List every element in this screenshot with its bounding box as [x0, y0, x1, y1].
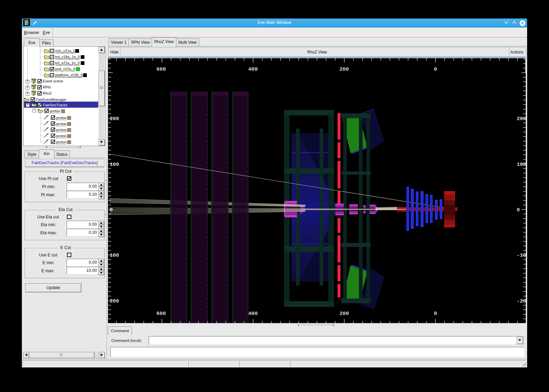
- svg-text:0: 0: [434, 311, 437, 317]
- svg-text:0: 0: [434, 66, 437, 72]
- svg-text:100: 100: [110, 162, 119, 168]
- svg-text:200: 200: [110, 298, 119, 304]
- svg-text:200: 200: [339, 66, 349, 72]
- svg-text:200: 200: [517, 116, 526, 122]
- svg-text:600: 600: [156, 66, 166, 72]
- svg-text:600: 600: [156, 311, 166, 317]
- svg-text:0: 0: [110, 207, 113, 213]
- svg-text:-20: -20: [517, 298, 526, 304]
- svg-text:400: 400: [248, 66, 258, 72]
- svg-text:0: 0: [517, 207, 520, 213]
- svg-text:100: 100: [517, 162, 526, 168]
- svg-text:-10: -10: [517, 252, 526, 258]
- svg-text:200: 200: [339, 311, 349, 317]
- svg-text:200: 200: [110, 116, 119, 122]
- svg-text:400: 400: [248, 311, 258, 317]
- svg-text:100: 100: [110, 252, 119, 258]
